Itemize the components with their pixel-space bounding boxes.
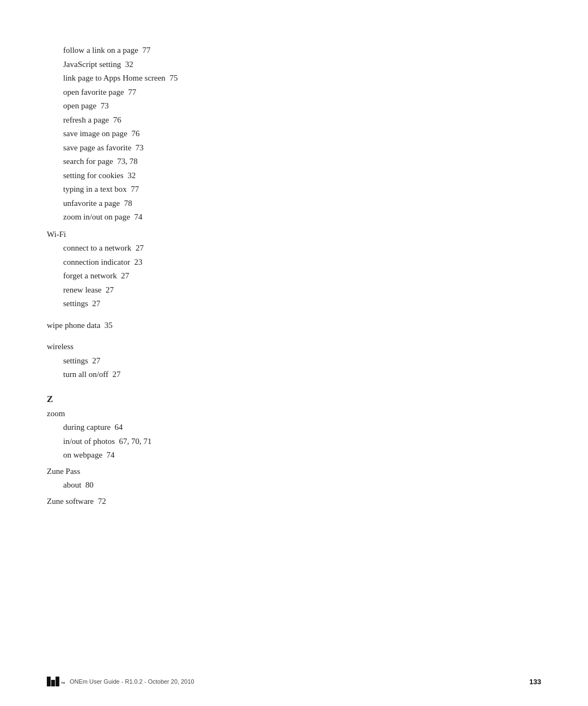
list-item: turn all on/off 27 (47, 368, 541, 382)
list-item: during capture 64 (47, 421, 541, 435)
zoom-header: zoom (47, 407, 541, 421)
entry-page: 77 (128, 88, 136, 96)
wireless-section: wireless settings 27 turn all on/off 27 (47, 340, 541, 382)
entry-page: 32 (127, 171, 136, 180)
list-item: forget a network 27 (47, 269, 541, 283)
entry-text: setting for cookies (63, 171, 124, 180)
page-footer: ™ ONEm User Guide - R1.0.2 - October 20,… (0, 677, 588, 686)
list-item: renew lease 27 (47, 283, 541, 297)
list-item: save image on page 76 (47, 127, 541, 141)
zune-pass-header: Zune Pass (47, 465, 541, 479)
z-header: Z (47, 394, 541, 405)
entry-text: save page as favorite (63, 143, 131, 152)
list-item: unfavorite a page 78 (47, 197, 541, 211)
entry-page: 75 (169, 74, 177, 82)
entry-page: 73 (136, 143, 144, 152)
footer-logo-area: ™ ONEm User Guide - R1.0.2 - October 20,… (47, 677, 194, 686)
entry-page: 73, 78 (117, 157, 138, 166)
entry-page: 32 (125, 60, 133, 69)
entry-text: refresh a page (63, 115, 109, 124)
list-item: setting for cookies 32 (47, 169, 541, 183)
list-item: settings 27 (47, 354, 541, 368)
list-item: save page as favorite 73 (47, 141, 541, 155)
list-item: JavaScript setting 32 (47, 58, 541, 72)
logo-bar-2 (51, 680, 55, 686)
logo-bar-3 (56, 677, 59, 686)
entry-page: 73 (101, 101, 109, 110)
entry-text: follow a link on a page (63, 46, 138, 54)
list-item: zoom in/out on page 74 (47, 210, 541, 224)
logo-tm: ™ (60, 681, 65, 686)
list-item: in/out of photos 67, 70, 71 (47, 435, 541, 449)
entry-page: 78 (124, 199, 132, 208)
browser-section: follow a link on a page 77 JavaScript se… (47, 44, 541, 224)
wipe-section: wipe phone data 35 (47, 319, 541, 333)
entry-page: 76 (131, 129, 139, 138)
list-item: link page to Apps Home screen 75 (47, 71, 541, 86)
list-item: refresh a page 76 (47, 113, 541, 127)
footer-page-number: 133 (529, 678, 541, 686)
entry-text: save image on page (63, 129, 127, 138)
kin-logo: ™ (47, 677, 65, 686)
list-item: search for page 73, 78 (47, 155, 541, 169)
entry-page: 76 (113, 115, 121, 124)
entry-text: zoom in/out on page (63, 212, 130, 221)
wifi-section: Wi-Fi connect to a network 27 connection… (47, 228, 541, 311)
list-item: wipe phone data 35 (47, 319, 541, 333)
logo-bar-1 (47, 677, 51, 686)
page-content: follow a link on a page 77 JavaScript se… (0, 0, 588, 555)
list-item: on webpage 74 (47, 448, 541, 462)
entry-text: open page (63, 101, 96, 110)
wifi-header: Wi-Fi (47, 228, 541, 242)
wireless-header: wireless (47, 340, 541, 354)
entry-page: 74 (134, 212, 142, 221)
footer-guide-text: ONEm User Guide - R1.0.2 - October 20, 2… (70, 678, 194, 685)
list-item: connect to a network 27 (47, 241, 541, 255)
list-item: open favorite page 77 (47, 86, 541, 100)
entry-text: unfavorite a page (63, 199, 120, 208)
entry-text: JavaScript setting (63, 60, 121, 69)
entry-text: search for page (63, 157, 113, 166)
z-section: Z zoom during capture 64 in/out of photo… (47, 394, 541, 509)
list-item: open page 73 (47, 99, 541, 113)
list-item: about 80 (47, 478, 541, 492)
entry-page: 77 (142, 46, 150, 54)
entry-text: link page to Apps Home screen (63, 74, 166, 82)
entry-text: open favorite page (63, 88, 124, 96)
zune-software-entry: Zune software 72 (47, 495, 541, 509)
entry-page: 77 (131, 185, 139, 193)
list-item: connection indicator 23 (47, 255, 541, 270)
list-item: follow a link on a page 77 (47, 44, 541, 58)
entry-text: typing in a text box (63, 185, 127, 193)
list-item: typing in a text box 77 (47, 182, 541, 197)
list-item: settings 27 (47, 297, 541, 311)
